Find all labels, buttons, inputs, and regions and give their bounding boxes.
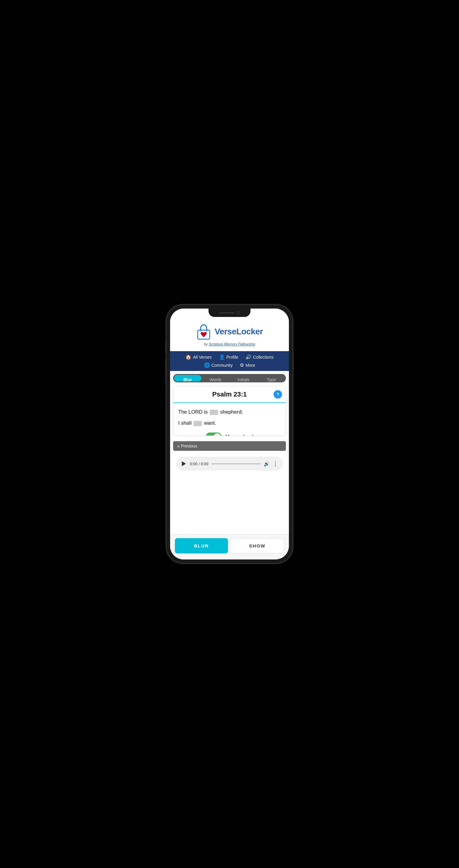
- verse-line-1: The LORD is shepherd;: [178, 408, 281, 416]
- previous-button[interactable]: « Previous: [173, 441, 286, 451]
- logo-area: VerseLocker: [196, 323, 263, 340]
- nav-row-1: 🏠 All Verses 👤 Profile 🔊 Collections: [172, 354, 287, 360]
- nav-bar: 🏠 All Verses 👤 Profile 🔊 Collections 🌐: [170, 351, 289, 371]
- phone-screen: VerseLocker by Scripture Memory Fellowsh…: [170, 309, 289, 559]
- tab-initials[interactable]: Initials: [230, 375, 257, 381]
- verse-header: Psalm 23:1 ?: [173, 386, 286, 403]
- notch: [208, 309, 251, 317]
- verse-reference: Psalm 23:1: [212, 391, 247, 398]
- play-icon: [182, 461, 186, 466]
- speaker-icon: 🔊: [245, 354, 252, 360]
- app-subtitle: by Scripture Memory Fellowship: [204, 342, 255, 346]
- time-display: 0:00 / 0:00: [190, 462, 208, 466]
- app-title: VerseLocker: [215, 327, 263, 337]
- verse-text-before-2: I shall: [178, 420, 191, 426]
- nav-item-more[interactable]: ⚙ More: [240, 362, 255, 368]
- audio-player: 0:00 / 0:00 🔊 ⋮: [176, 457, 283, 471]
- verse-line-2: I shall want.: [178, 419, 281, 428]
- nav-label-more: More: [245, 363, 255, 368]
- nav-item-all-verses[interactable]: 🏠 All Verses: [186, 354, 211, 360]
- nav-label-all-verses: All Verses: [193, 355, 211, 360]
- volume-icon[interactable]: 🔊: [264, 461, 270, 467]
- content-spacer: [170, 474, 289, 534]
- phone-frame: VerseLocker by Scripture Memory Fellowsh…: [166, 305, 293, 563]
- nav-row-2: 🌐 Community ⚙ More: [172, 362, 287, 368]
- tab-type[interactable]: Type: [258, 375, 285, 381]
- verse-body: The LORD is shepherd; I shall want. Memo…: [173, 403, 286, 436]
- verse-text-before-1: The LORD is: [178, 409, 207, 415]
- nav-item-profile[interactable]: 👤 Profile: [219, 354, 238, 360]
- notch-speaker: [219, 312, 234, 314]
- subtitle-link[interactable]: Scripture Memory Fellowship: [209, 342, 255, 346]
- help-button[interactable]: ?: [273, 390, 282, 399]
- memorized-label: Memorized: [225, 434, 254, 436]
- home-icon: 🏠: [186, 354, 191, 360]
- notch-camera: [237, 311, 240, 314]
- show-button[interactable]: SHOW: [230, 538, 284, 554]
- globe-icon: 🌐: [204, 362, 210, 368]
- nav-item-community[interactable]: 🌐 Community: [204, 362, 233, 368]
- bottom-bar: BLUR SHOW: [170, 534, 289, 559]
- person-icon: 👤: [219, 354, 225, 360]
- memorized-row: Memorized: [178, 433, 281, 436]
- tab-blur[interactable]: Blur: [174, 375, 201, 381]
- memorized-toggle[interactable]: [205, 433, 222, 436]
- progress-track[interactable]: [211, 463, 261, 464]
- blur-word-1: [210, 410, 218, 415]
- options-icon[interactable]: ⋮: [273, 460, 278, 467]
- blur-word-2: [194, 421, 202, 426]
- verse-text-after-1: shepherd;: [220, 409, 243, 415]
- screen-content: VerseLocker by Scripture Memory Fellowsh…: [170, 309, 289, 559]
- nav-label-community: Community: [211, 363, 233, 368]
- app-header: VerseLocker by Scripture Memory Fellowsh…: [170, 317, 289, 351]
- verse-card: Psalm 23:1 ? The LORD is shepherd; I sha…: [173, 386, 286, 436]
- lock-icon: [196, 323, 211, 340]
- verse-text-after-2: want.: [204, 420, 216, 426]
- nav-label-collections: Collections: [253, 355, 273, 360]
- nav-label-profile: Profile: [227, 355, 238, 360]
- mode-tabs: Blur Words Initials Type: [173, 374, 286, 382]
- nav-item-collections[interactable]: 🔊 Collections: [245, 354, 273, 360]
- tab-words[interactable]: Words: [202, 375, 229, 381]
- play-button[interactable]: [181, 461, 187, 467]
- more-icon: ⚙: [240, 362, 244, 368]
- blur-button[interactable]: BLUR: [175, 538, 228, 554]
